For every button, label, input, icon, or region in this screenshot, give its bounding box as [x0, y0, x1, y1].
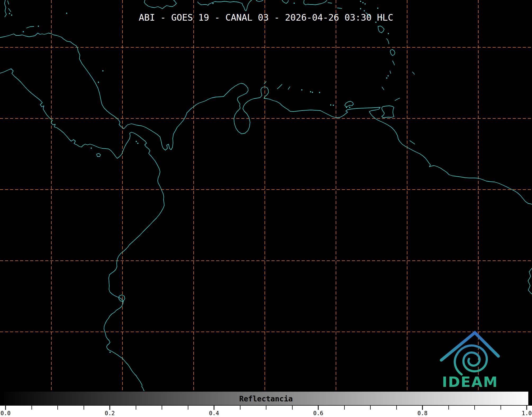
roatan-coastline — [26, 26, 34, 28]
small-island-dot — [312, 92, 313, 93]
small-island-dot — [360, 1, 361, 2]
small-island-dot — [362, 2, 363, 3]
small-island-dot — [137, 143, 138, 144]
st-lucia-coastline — [393, 61, 394, 65]
small-island-dot — [377, 8, 378, 9]
image-title: ABI - GOES 19 - CANAL 03 - 2026-04-26 03… — [0, 12, 532, 23]
small-island-dot — [98, 82, 99, 83]
colorbar-major-tick — [214, 406, 215, 410]
small-island-dot — [294, 3, 295, 4]
small-island-dot — [364, 10, 365, 11]
colorbar-tick-label: 0.8 — [417, 410, 428, 416]
tobago-coastline — [395, 98, 400, 100]
colorbar-minor-tick — [370, 406, 371, 410]
small-island-dot — [110, 352, 111, 353]
st-croix-coastline — [337, 8, 342, 8]
colorbar-minor-tick — [240, 406, 240, 410]
logo-hurricane-spiral-icon — [455, 346, 487, 374]
small-island-dot — [346, 107, 347, 108]
small-island-dot — [91, 148, 92, 149]
bonaire-coastline — [288, 87, 290, 89]
martinique-coastline — [390, 49, 395, 56]
small-island-dot — [360, 8, 361, 9]
small-island-dot — [349, 107, 350, 108]
colorbar-tick-label: 0.0 — [1, 410, 11, 416]
colorbar-major-tick — [422, 406, 423, 410]
colorbar-minor-tick — [396, 406, 397, 410]
small-island-dot — [365, 3, 366, 4]
colorbar-minor-tick — [292, 406, 293, 410]
colorbar-tick-label: 0.6 — [313, 410, 323, 416]
hispaniola-fragment-southeast-coastline — [282, 0, 288, 3]
small-island-dot — [38, 26, 39, 27]
margarita-coastline — [345, 101, 353, 107]
colorbar-major-tick — [5, 406, 6, 410]
colorbar-minor-tick — [31, 406, 32, 410]
pacific-coast-coastline — [0, 69, 164, 391]
st-vincent-coastline — [390, 71, 391, 74]
small-island-dot — [319, 92, 320, 93]
colorbar-minor-tick — [188, 406, 188, 410]
latlon-grid — [0, 0, 532, 391]
reflectance-colorbar: Reflectancia — [3, 391, 529, 406]
amazon-mouth-coast-coastline — [528, 268, 532, 294]
colorbar-minor-tick — [344, 406, 345, 410]
colorbar-label: Reflectancia — [4, 392, 528, 406]
ideam-logo: IDEAM — [441, 333, 498, 390]
small-island-dot — [388, 33, 389, 34]
colorbar-tick-label: 0.4 — [209, 410, 219, 416]
colorbar-minor-tick — [84, 406, 84, 410]
small-island-dot — [388, 75, 389, 76]
jamaica-south-coast-coastline — [144, 0, 176, 9]
belize-caye-1-coastline — [8, 1, 9, 4]
colorbar-axis: 0.00.20.40.60.81.0 — [0, 406, 532, 417]
curacao-coastline — [277, 84, 282, 89]
belize-caye-2-coastline — [8, 8, 11, 12]
guadeloupe-coastline — [378, 26, 384, 33]
small-island-dot — [386, 77, 387, 79]
colorbar-minor-tick — [136, 406, 136, 410]
small-island-dot — [333, 105, 334, 106]
dominica-coastline — [387, 39, 389, 44]
small-island-dot — [23, 31, 24, 32]
colorbar-major-tick — [318, 406, 319, 410]
grenada-coastline — [382, 87, 384, 90]
logo-text: IDEAM — [442, 374, 498, 390]
hispaniola-south-coast-coastline — [198, 0, 252, 11]
colorbar-major-tick — [110, 406, 110, 410]
small-island-dot — [310, 91, 311, 92]
colorbar-minor-tick — [57, 406, 58, 410]
colorbar-major-tick — [526, 406, 527, 410]
puerto-rico-south-coast-coastline — [304, 0, 327, 5]
orinoco-delta-bar-coastline — [410, 141, 415, 144]
colorbar-tick-label: 1.0 — [522, 410, 532, 416]
satellite-map: IDEAM ABI - GOES 19 - CANAL 03 - 2026-04… — [0, 0, 532, 391]
coiba-island-coastline — [97, 153, 101, 157]
trinidad-coastline — [382, 106, 394, 118]
vieques-coastline — [328, 3, 332, 3]
small-island-dot — [136, 141, 137, 142]
hispaniola-fragment-east-coastline — [256, 0, 263, 2]
coastlines — [0, 0, 532, 391]
small-island-dot — [212, 3, 213, 4]
colorbar-minor-tick — [162, 406, 162, 410]
colorbar-minor-tick — [448, 406, 449, 410]
colorbar-minor-tick — [474, 406, 475, 410]
caribbean-guyana-mainland-coast-coastline — [0, 33, 532, 204]
small-island-dot — [330, 104, 331, 106]
colorbar-minor-tick — [501, 406, 501, 410]
barbados-coastline — [412, 72, 415, 74]
small-island-dot — [102, 70, 103, 71]
colorbar-minor-tick — [266, 406, 266, 410]
map-canvas: IDEAM — [0, 0, 532, 391]
colorbar-tick-label: 0.2 — [105, 410, 115, 416]
small-island-dot — [301, 89, 302, 90]
